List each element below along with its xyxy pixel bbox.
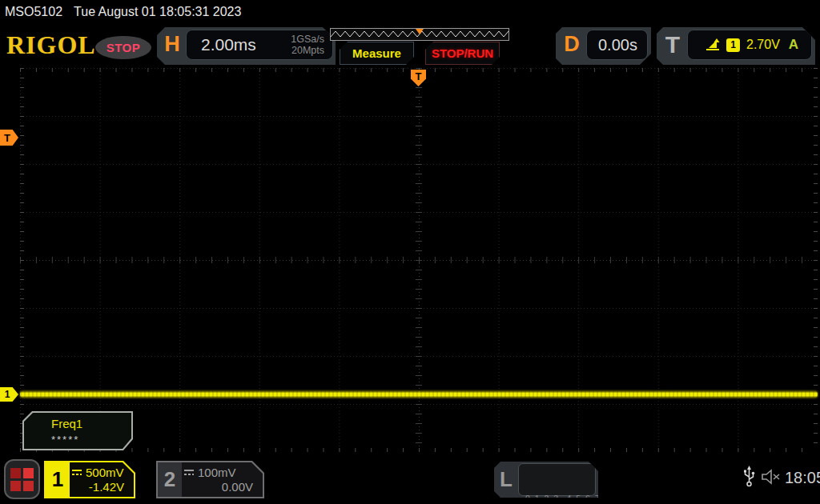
dc-coupling-icon [183,469,195,476]
channel2-number: 2 [158,462,182,497]
trigger-level-value: 2.70V [746,38,780,52]
overview-trigger-position-icon [416,29,424,34]
timebase-value: 2.00ms [187,35,291,54]
trigger-panel[interactable]: T 1 2.70V A [657,27,815,65]
measurement-value: ***** [51,434,79,446]
trigger-level-marker[interactable]: T [0,130,18,146]
waveform-overview-strip[interactable] [330,28,509,41]
dc-coupling-icon [71,469,82,476]
channel2-offset: 0.00V [183,480,258,494]
sample-rate-memdepth: 1GSa/s 20Mpts [291,34,332,57]
channel1-number: 1 [46,462,70,497]
channel1-offset-marker[interactable]: 1 [0,387,18,402]
channel2-scale: 100mV [198,466,236,479]
stop-run-button[interactable]: STOP/RUN [425,42,500,65]
channel1-badge[interactable]: 1 500mV -1.42V [44,461,135,498]
usb-icon [743,466,755,487]
trigger-source-chip: 1 [726,38,740,52]
measurement-name: Freq1 [51,417,82,430]
logic-channels-badge[interactable]: L 0 1 2 3 4 5 6 7 8 9 1011 12131415 [494,462,598,498]
horizontal-panel[interactable]: H 2.00ms 1GSa/s 20Mpts [157,27,336,65]
delay-label: D [561,27,583,62]
oscilloscope-screen: MSO5102Tue August 01 18:05:31 2023 RIGOL… [0,0,820,504]
status-bar: MSO5102Tue August 01 18:05:31 2023 [5,5,241,19]
delay-value: 0.00s [587,36,637,54]
logic-channels-row1: 0 1 2 3 4 5 6 7 [525,492,589,504]
measurement-freq1-box[interactable]: Freq1 ***** [22,411,133,450]
channel1-scale: 500mV [86,466,124,479]
measure-button[interactable]: Measure [340,42,414,65]
channel1-trace [20,391,818,398]
trigger-mode-auto: A [789,37,798,53]
model-name: MSO5102 [5,5,62,18]
delay-panel[interactable]: D 0.00s [556,27,651,65]
clock: 18:05 [785,469,820,487]
channel1-offset: -1.42V [71,480,129,494]
horizontal-label: H [160,27,184,62]
rigol-logo: RIGOL [6,30,96,60]
menu-grid-button[interactable] [4,459,40,499]
acquisition-status-badge: STOP [95,36,151,59]
datetime: Tue August 01 18:05:31 2023 [74,5,241,18]
speaker-muted-icon [761,468,782,486]
channel2-badge[interactable]: 2 100mV 0.00V [156,461,264,498]
rising-edge-trigger-icon [705,38,720,52]
trigger-label: T [660,27,685,62]
logic-label: L [496,463,517,496]
